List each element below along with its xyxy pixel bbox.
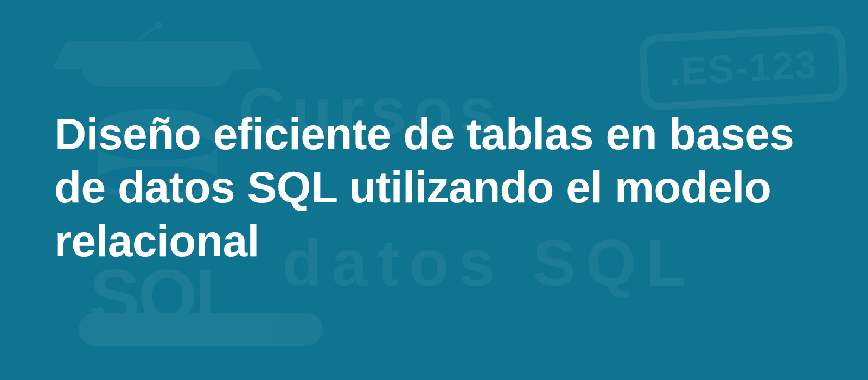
watermark-badge-text: .ES-123 — [668, 42, 819, 94]
watermark-badge: .ES-123 — [639, 24, 848, 111]
page-title: Diseño eficiente de tablas en bases de d… — [54, 107, 825, 268]
